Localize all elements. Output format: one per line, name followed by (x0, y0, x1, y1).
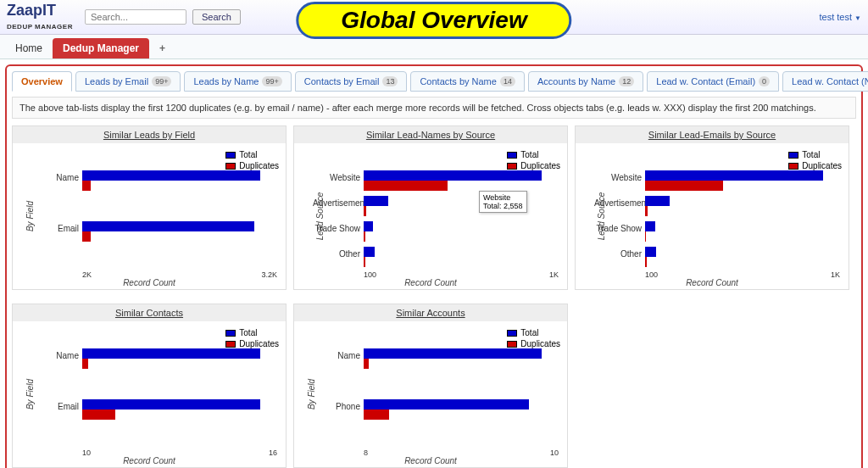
bar-duplicates[interactable] (82, 181, 91, 191)
legend-swatch-total (788, 152, 798, 159)
tab-home[interactable]: Home (5, 38, 53, 58)
bar-duplicates[interactable] (82, 359, 88, 369)
category-label: Trade Show (594, 224, 642, 233)
bar-duplicates[interactable] (645, 231, 646, 242)
plot-area: NameEmail2K3.2K (82, 164, 277, 265)
count-badge: 13 (382, 76, 398, 86)
subtab-accounts-by-name[interactable]: Accounts by Name12 (528, 71, 643, 92)
chart-c3: Similar Lead-Emails by SourceTotalDuplic… (575, 125, 849, 290)
subtab-label: Accounts by Name (537, 76, 615, 86)
category-label: Other (594, 249, 642, 259)
bar-duplicates[interactable] (645, 181, 723, 191)
bar-duplicates[interactable] (364, 206, 366, 216)
category-label: Website (594, 173, 642, 182)
x-ticks: 1016 (82, 448, 277, 457)
chart-c2: Similar Lead-Names by SourceTotalDuplica… (293, 125, 568, 290)
subtab-lead-w-contact-email-[interactable]: Lead w. Contact (Email)0 (647, 71, 779, 92)
category-label: Phone (313, 402, 360, 411)
category-label: Advertisement (594, 198, 642, 208)
tab-dedup-manager[interactable]: Dedup Manager (53, 38, 149, 58)
bar-total[interactable] (364, 221, 373, 231)
x-axis-label: Record Count (123, 278, 175, 287)
tick-label: 10 (82, 448, 91, 457)
bar-duplicates[interactable] (82, 231, 91, 242)
subtab-contacts-by-name[interactable]: Contacts by Name14 (410, 71, 525, 92)
search-box: Search (85, 9, 241, 25)
bar-total[interactable] (82, 348, 260, 359)
category-label: Name (31, 173, 79, 182)
bar-total[interactable] (645, 196, 670, 206)
chart-body: TotalDuplicatesLead SourceRecord CountWe… (294, 143, 567, 289)
category-label: Email (31, 224, 79, 233)
legend-swatch-total (507, 330, 517, 337)
chart-c1: Similar Leads by FieldTotalDuplicatesBy … (12, 125, 287, 290)
legend-swatch-total (225, 152, 236, 159)
user-menu[interactable]: test test ▼ (819, 12, 861, 22)
chart-body: TotalDuplicatesBy FieldRecord CountNameE… (13, 321, 286, 467)
chart-title: Similar Accounts (294, 304, 567, 321)
tick-label: 16 (269, 448, 277, 457)
category-label: Name (31, 351, 79, 360)
x-ticks: 1001K (364, 270, 559, 279)
chart-title: Similar Lead-Emails by Source (576, 126, 849, 143)
bar-duplicates[interactable] (364, 410, 389, 420)
x-axis-label: Record Count (404, 456, 457, 465)
subtab-label: Leads by Name (193, 76, 259, 86)
bar-total[interactable] (645, 170, 823, 181)
bar-duplicates[interactable] (364, 231, 365, 242)
subtab-label: Lead w. Contact (Email) (656, 76, 755, 86)
chart-title: Similar Contacts (13, 304, 286, 321)
bar-duplicates[interactable] (364, 359, 369, 369)
x-ticks: 2K3.2K (82, 270, 277, 279)
legend-label-total: Total (239, 150, 257, 159)
bar-total[interactable] (82, 170, 260, 181)
sub-tab-bar: OverviewLeads by Email99+Leads by Name99… (12, 71, 856, 92)
x-axis-label: Record Count (686, 278, 738, 287)
bar-total[interactable] (364, 196, 388, 206)
category-label: Other (313, 249, 360, 259)
bar-total[interactable] (364, 399, 529, 410)
chart-title: Similar Leads by Field (13, 126, 286, 143)
subtab-label: Lead w. Contact (Name) (792, 76, 868, 86)
search-input[interactable] (85, 9, 186, 25)
subtab-contacts-by-email[interactable]: Contacts by Email13 (295, 71, 408, 92)
plot-area: WebsiteAdvertisementTrade ShowOther1001K (645, 164, 840, 265)
bar-duplicates[interactable] (82, 410, 115, 420)
tick-label: 8 (364, 448, 368, 457)
category-label: Trade Show (313, 224, 360, 233)
chart-grid: Similar Leads by FieldTotalDuplicatesBy … (12, 125, 856, 468)
bar-total[interactable] (645, 221, 655, 231)
plot-area: NamePhone810 (364, 342, 559, 443)
count-badge: 0 (759, 76, 770, 86)
tick-label: 100 (364, 270, 376, 279)
search-button[interactable]: Search (192, 9, 241, 25)
bar-total[interactable] (645, 247, 656, 257)
chevron-down-icon: ▼ (854, 14, 861, 22)
bar-total[interactable] (82, 221, 254, 231)
tab-add[interactable]: + (149, 38, 175, 58)
page-banner: Global Overview (296, 2, 571, 39)
bar-duplicates[interactable] (364, 181, 448, 191)
subtab-overview[interactable]: Overview (12, 71, 72, 92)
bar-duplicates[interactable] (645, 257, 647, 267)
bar-total[interactable] (364, 247, 375, 257)
subtab-label: Overview (21, 76, 63, 86)
chart-c5: Similar AccountsTotalDuplicatesBy FieldR… (293, 304, 568, 468)
bar-total[interactable] (364, 348, 542, 359)
count-badge: 12 (619, 76, 634, 86)
chart-tooltip: WebsiteTotal: 2,558 (479, 191, 527, 213)
subtab-leads-by-name[interactable]: Leads by Name99+ (184, 71, 291, 92)
bar-total[interactable] (364, 170, 542, 181)
subtab-label: Leads by Email (85, 76, 148, 86)
chart-body: TotalDuplicatesBy FieldRecord CountNameE… (13, 143, 286, 289)
subtab-leads-by-email[interactable]: Leads by Email99+ (75, 71, 181, 92)
bar-duplicates[interactable] (364, 257, 365, 267)
description-text: The above tab-lists display the first 12… (12, 97, 856, 119)
bar-total[interactable] (82, 399, 260, 410)
chart-c4: Similar ContactsTotalDuplicatesBy FieldR… (12, 304, 287, 468)
x-axis-label: Record Count (123, 456, 175, 465)
bar-duplicates[interactable] (645, 206, 648, 216)
logo-text: ZaapIT (7, 2, 56, 19)
subtab-lead-w-contact-name-[interactable]: Lead w. Contact (Name)0 (782, 71, 868, 92)
tick-label: 1K (549, 270, 559, 279)
